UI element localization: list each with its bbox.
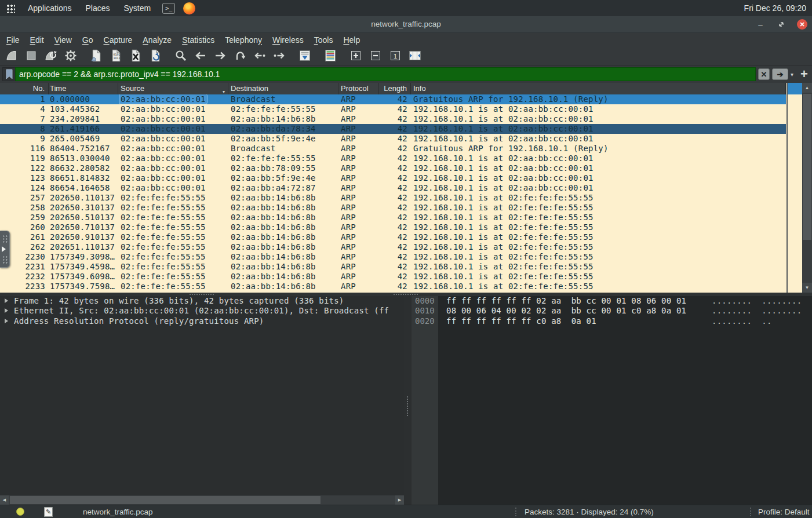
hex-dump-row[interactable]: 001008 00 06 04 00 02 02 aa bb cc 00 01 … [412, 306, 812, 316]
zoom-out-button[interactable] [367, 48, 384, 64]
expand-triangle-icon[interactable] [5, 308, 8, 313]
file-reload-button[interactable] [147, 48, 163, 64]
menu-analyze[interactable]: Analyze [137, 34, 177, 46]
go-to-packet-button[interactable] [232, 48, 248, 64]
display-filter-input[interactable] [15, 67, 756, 81]
scroll-down-arrow-icon[interactable]: ▼ [802, 283, 812, 293]
file-open-button[interactable] [88, 48, 104, 64]
scroll-right-arrow-icon[interactable]: ▶ [395, 495, 404, 505]
packet-list-scrollbar[interactable]: ▲ ▼ [802, 83, 812, 293]
add-filter-button[interactable]: + [800, 68, 808, 80]
colorize-button[interactable] [322, 48, 338, 64]
file-close-button[interactable] [128, 48, 144, 64]
go-forward-button[interactable] [212, 48, 228, 64]
scrollbar-thumb[interactable] [10, 496, 321, 504]
packet-row[interactable]: 262202651.11013702:fe:fe:fe:55:5502:aa:b… [0, 242, 786, 252]
intelligent-scrollbar-minimap[interactable] [786, 83, 802, 293]
edge-drawer-handle[interactable] [0, 231, 10, 268]
expand-triangle-icon[interactable] [5, 298, 8, 303]
menu-wireless[interactable]: Wireless [267, 34, 309, 46]
hex-dump-row[interactable]: 0020ff ff ff ff ff ff c0 a8 0a 01.......… [412, 316, 812, 326]
detail-tree-row[interactable]: Frame 1: 42 bytes on wire (336 bits), 42… [0, 296, 404, 306]
capture-options-button[interactable] [63, 48, 79, 64]
go-back-button[interactable] [192, 48, 209, 64]
scrollbar-thumb[interactable] [803, 94, 811, 240]
hex-dump-row[interactable]: 0000ff ff ff ff ff ff 02 aa bb cc 00 01 … [412, 296, 812, 306]
packet-row[interactable]: 261202650.91013702:fe:fe:fe:55:5502:aa:b… [0, 232, 786, 242]
minimize-button[interactable]: – [755, 19, 766, 30]
desktop-menu-applications[interactable]: Applications [22, 1, 78, 15]
detail-tree-row[interactable]: Address Resolution Protocol (reply/gratu… [0, 316, 404, 326]
menu-telephony[interactable]: Telephony [220, 34, 267, 46]
go-next-button[interactable] [271, 48, 287, 64]
find-packet-button[interactable] [173, 48, 189, 64]
capture-restart-button[interactable] [43, 48, 59, 64]
capture-comment-icon[interactable]: ✎ [44, 507, 53, 517]
menu-file[interactable]: File [1, 34, 25, 46]
desktop-menu-places[interactable]: Places [80, 1, 116, 15]
packet-row[interactable]: 11986513.03004002:aa:bb:cc:00:0102:fe:fe… [0, 154, 786, 163]
capture-start-button[interactable] [3, 48, 20, 64]
column-header-time[interactable]: Time [49, 83, 118, 94]
resize-columns-button[interactable] [407, 48, 423, 64]
packet-row[interactable]: 4103.44536202:aa:bb:cc:00:0102:fe:fe:fe:… [0, 104, 786, 114]
apply-filter-button[interactable]: ➔ [772, 68, 788, 80]
details-horizontal-scrollbar[interactable]: ◀ ▶ [0, 495, 404, 505]
scroll-left-arrow-icon[interactable]: ◀ [0, 495, 9, 505]
packet-row[interactable]: 12286632.28058202:aa:bb:cc:00:0102:aa:bb… [0, 163, 786, 173]
packet-row[interactable]: 10.00000002:aa:bb:cc:00:01BroadcastARP42… [0, 94, 786, 104]
menu-tools[interactable]: Tools [309, 34, 338, 46]
firefox-launcher-icon[interactable] [183, 2, 195, 14]
column-header-source[interactable]: Source▾ [118, 83, 228, 94]
restore-button[interactable] [776, 19, 786, 30]
column-header-protocol[interactable]: Protocol [338, 83, 379, 94]
file-save-button[interactable]: 01011011 [108, 48, 124, 64]
packet-row[interactable]: 22301757349.3098…02:fe:fe:fe:55:5502:aa:… [0, 252, 786, 262]
menu-edit[interactable]: Edit [25, 34, 49, 46]
menu-view[interactable]: View [49, 34, 77, 46]
packet-row[interactable]: 259202650.51013702:fe:fe:fe:55:5502:aa:b… [0, 213, 786, 222]
column-dropdown-caret-icon[interactable]: ▾ [223, 86, 225, 94]
packet-row[interactable]: 7234.20984102:aa:bb:cc:00:0102:aa:bb:14:… [0, 114, 786, 124]
detail-tree-row[interactable]: Ethernet II, Src: 02:aa:bb:cc:00:01 (02:… [0, 306, 404, 316]
packet-row[interactable]: 11686404.75216702:aa:bb:cc:00:01Broadcas… [0, 144, 786, 154]
packet-row[interactable]: 258202650.31013702:fe:fe:fe:55:5502:aa:b… [0, 203, 786, 213]
packet-row[interactable]: 22331757349.7598…02:fe:fe:fe:55:5502:aa:… [0, 282, 786, 291]
status-profile[interactable]: Profile: Default [758, 508, 810, 516]
terminal-launcher-icon[interactable]: >_ [162, 3, 175, 14]
column-header-destination[interactable]: Destination [228, 83, 338, 94]
go-previous-button[interactable] [252, 48, 268, 64]
column-header-length[interactable]: Length [379, 83, 411, 94]
filter-dropdown-caret[interactable]: ▾ [791, 71, 793, 78]
packet-row[interactable]: 260202650.71013702:fe:fe:fe:55:5502:aa:b… [0, 222, 786, 232]
clear-filter-button[interactable]: ✕ [758, 68, 770, 80]
expand-triangle-icon[interactable] [5, 319, 8, 323]
desktop-menu-system[interactable]: System [118, 1, 157, 15]
packet-row[interactable]: 8261.41916602:aa:bb:cc:00:0102:aa:bb:da:… [0, 124, 786, 134]
close-button[interactable]: ✕ [797, 19, 807, 30]
packet-row[interactable]: 22311757349.4598…02:fe:fe:fe:55:5502:aa:… [0, 262, 786, 272]
filter-bookmark-button[interactable] [2, 67, 15, 81]
vertical-splitter[interactable] [404, 296, 412, 505]
menu-help[interactable]: Help [338, 34, 365, 46]
column-header-info[interactable]: Info [411, 83, 786, 94]
clock[interactable]: Fri Dec 26, 09:20 [744, 0, 806, 16]
menu-statistics[interactable]: Statistics [177, 34, 220, 46]
zoom-100-button[interactable]: 1 [387, 48, 403, 64]
packet-row[interactable]: 22321757349.6098…02:fe:fe:fe:55:5502:aa:… [0, 272, 786, 282]
column-header-no[interactable]: No. [0, 83, 49, 94]
window-title-bar[interactable]: network_traffic.pcap – ✕ [0, 16, 812, 33]
auto-scroll-button[interactable] [297, 48, 313, 64]
zoom-in-button[interactable] [348, 48, 364, 64]
packet-row[interactable]: 12486654.16465802:aa:bb:cc:00:0102:aa:bb… [0, 183, 786, 193]
status-filename[interactable]: network_traffic.pcap [83, 508, 153, 516]
packet-row[interactable]: 9265.00546902:aa:bb:cc:00:0102:aa:bb:5f:… [0, 134, 786, 144]
packet-row[interactable]: 257202650.11013702:fe:fe:fe:55:5502:aa:b… [0, 193, 786, 203]
apps-grid-icon[interactable] [6, 3, 15, 13]
packet-row[interactable]: 12386651.81483202:aa:bb:cc:00:0102:aa:bb… [0, 173, 786, 183]
expert-info-indicator-icon[interactable] [16, 508, 24, 516]
scroll-up-arrow-icon[interactable]: ▲ [802, 83, 812, 93]
capture-stop-button[interactable] [23, 48, 39, 64]
menu-go[interactable]: Go [77, 34, 99, 46]
menu-capture[interactable]: Capture [99, 34, 138, 46]
